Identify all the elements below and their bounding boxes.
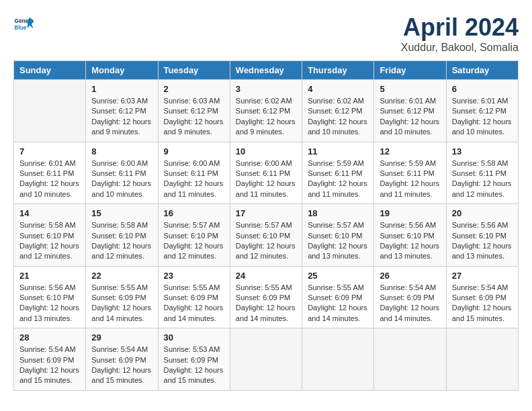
weekday-header: Saturday [446,61,518,80]
day-info: Sunrise: 5:59 AMSunset: 6:11 PMDaylight:… [308,158,368,200]
calendar-day-cell: 28Sunrise: 5:54 AMSunset: 6:09 PMDayligh… [14,328,86,391]
calendar-day-cell: 3Sunrise: 6:02 AMSunset: 6:12 PMDaylight… [230,80,302,142]
calendar-day-cell: 11Sunrise: 5:59 AMSunset: 6:11 PMDayligh… [302,142,374,204]
day-info: Sunrise: 6:00 AMSunset: 6:11 PMDaylight:… [91,158,152,200]
day-number: 21 [19,271,80,281]
calendar-day-cell: 6Sunrise: 6:01 AMSunset: 6:12 PMDaylight… [446,80,518,142]
calendar-day-cell: 12Sunrise: 5:59 AMSunset: 6:11 PMDayligh… [374,142,446,204]
day-info: Sunrise: 5:54 AMSunset: 6:09 PMDaylight:… [380,283,440,324]
calendar-day-cell: 29Sunrise: 5:54 AMSunset: 6:09 PMDayligh… [86,328,158,391]
day-number: 4 [308,84,368,94]
day-number: 29 [91,332,152,342]
day-info: Sunrise: 6:01 AMSunset: 6:11 PMDaylight:… [19,158,80,200]
calendar-day-cell: 5Sunrise: 6:01 AMSunset: 6:12 PMDaylight… [374,80,446,142]
calendar-day-cell: 1Sunrise: 6:03 AMSunset: 6:12 PMDaylight… [86,80,158,142]
logo-icon: General Blue [13,13,34,34]
location: Xuddur, Bakool, Somalia [401,42,519,54]
calendar-day-cell: 27Sunrise: 5:54 AMSunset: 6:09 PMDayligh… [446,266,518,328]
day-number: 19 [380,208,440,218]
day-number: 17 [236,208,296,218]
day-info: Sunrise: 5:56 AMSunset: 6:10 PMDaylight:… [19,283,80,324]
day-info: Sunrise: 5:54 AMSunset: 6:09 PMDaylight:… [91,345,152,386]
calendar-day-cell: 9Sunrise: 6:00 AMSunset: 6:11 PMDaylight… [158,142,230,204]
calendar-day-cell: 2Sunrise: 6:03 AMSunset: 6:12 PMDaylight… [158,80,230,142]
day-info: Sunrise: 5:55 AMSunset: 6:09 PMDaylight:… [308,283,368,324]
calendar-day-cell: 14Sunrise: 5:58 AMSunset: 6:10 PMDayligh… [14,204,86,267]
calendar-header: SundayMondayTuesdayWednesdayThursdayFrid… [14,61,519,80]
calendar-week-row: 28Sunrise: 5:54 AMSunset: 6:09 PMDayligh… [14,328,519,391]
day-info: Sunrise: 5:55 AMSunset: 6:09 PMDaylight:… [236,283,296,324]
calendar-day-cell: 4Sunrise: 6:02 AMSunset: 6:12 PMDaylight… [302,80,374,142]
calendar-week-row: 1Sunrise: 6:03 AMSunset: 6:12 PMDaylight… [14,80,519,142]
title-block: April 2024 Xuddur, Bakool, Somalia [401,13,519,54]
day-info: Sunrise: 5:57 AMSunset: 6:10 PMDaylight:… [236,220,296,262]
day-number: 10 [236,146,296,156]
calendar-week-row: 7Sunrise: 6:01 AMSunset: 6:11 PMDaylight… [14,142,519,204]
day-info: Sunrise: 6:01 AMSunset: 6:12 PMDaylight:… [452,96,513,138]
calendar-day-cell [374,328,446,391]
weekday-header: Tuesday [158,61,230,80]
month-title: April 2024 [401,13,519,42]
calendar-day-cell [302,328,374,391]
weekday-header: Thursday [302,61,374,80]
calendar-day-cell: 15Sunrise: 5:58 AMSunset: 6:10 PMDayligh… [86,204,158,267]
calendar-day-cell: 30Sunrise: 5:53 AMSunset: 6:09 PMDayligh… [158,328,230,391]
day-info: Sunrise: 5:56 AMSunset: 6:10 PMDaylight:… [452,220,513,262]
day-number: 14 [19,208,80,218]
calendar-day-cell: 8Sunrise: 6:00 AMSunset: 6:11 PMDaylight… [86,142,158,204]
day-info: Sunrise: 5:57 AMSunset: 6:10 PMDaylight:… [164,220,224,262]
day-number: 9 [164,146,224,156]
day-number: 3 [236,84,296,94]
day-info: Sunrise: 5:58 AMSunset: 6:10 PMDaylight:… [91,220,152,262]
day-info: Sunrise: 6:00 AMSunset: 6:11 PMDaylight:… [164,158,224,200]
day-info: Sunrise: 6:02 AMSunset: 6:12 PMDaylight:… [308,96,368,138]
day-number: 23 [164,271,224,281]
calendar-day-cell: 13Sunrise: 5:58 AMSunset: 6:11 PMDayligh… [446,142,518,204]
day-number: 27 [452,271,513,281]
calendar-day-cell [446,328,518,391]
calendar-week-row: 14Sunrise: 5:58 AMSunset: 6:10 PMDayligh… [14,204,519,267]
day-number: 11 [308,146,368,156]
calendar-week-row: 21Sunrise: 5:56 AMSunset: 6:10 PMDayligh… [14,266,519,328]
day-info: Sunrise: 5:56 AMSunset: 6:10 PMDaylight:… [380,220,440,262]
day-info: Sunrise: 5:57 AMSunset: 6:10 PMDaylight:… [308,220,368,262]
day-number: 2 [164,84,224,94]
calendar-day-cell: 21Sunrise: 5:56 AMSunset: 6:10 PMDayligh… [14,266,86,328]
page-header: General Blue April 2024 Xuddur, Bakool, … [13,13,519,54]
day-number: 30 [164,332,224,342]
calendar-day-cell [230,328,302,391]
day-info: Sunrise: 5:59 AMSunset: 6:11 PMDaylight:… [380,158,440,200]
day-info: Sunrise: 5:55 AMSunset: 6:09 PMDaylight:… [91,283,152,324]
day-info: Sunrise: 6:02 AMSunset: 6:12 PMDaylight:… [236,96,296,138]
day-info: Sunrise: 5:54 AMSunset: 6:09 PMDaylight:… [452,283,513,324]
calendar-day-cell: 20Sunrise: 5:56 AMSunset: 6:10 PMDayligh… [446,204,518,267]
weekday-header: Wednesday [230,61,302,80]
day-number: 8 [91,146,152,156]
calendar-day-cell: 18Sunrise: 5:57 AMSunset: 6:10 PMDayligh… [302,204,374,267]
day-number: 13 [452,146,513,156]
day-number: 24 [236,271,296,281]
weekday-header: Monday [86,61,158,80]
calendar-day-cell: 10Sunrise: 6:00 AMSunset: 6:11 PMDayligh… [230,142,302,204]
svg-text:Blue: Blue [15,25,27,31]
day-info: Sunrise: 5:53 AMSunset: 6:09 PMDaylight:… [164,345,224,386]
day-number: 18 [308,208,368,218]
day-number: 5 [380,84,440,94]
calendar-day-cell: 7Sunrise: 6:01 AMSunset: 6:11 PMDaylight… [14,142,86,204]
calendar-day-cell: 16Sunrise: 5:57 AMSunset: 6:10 PMDayligh… [158,204,230,267]
day-number: 28 [19,332,80,342]
weekday-header: Friday [374,61,446,80]
day-number: 7 [19,146,80,156]
day-number: 26 [380,271,440,281]
day-info: Sunrise: 6:03 AMSunset: 6:12 PMDaylight:… [164,96,224,138]
day-number: 22 [91,271,152,281]
day-number: 15 [91,208,152,218]
day-info: Sunrise: 5:55 AMSunset: 6:09 PMDaylight:… [164,283,224,324]
day-number: 20 [452,208,513,218]
day-number: 1 [91,84,152,94]
calendar-table: SundayMondayTuesdayWednesdayThursdayFrid… [13,60,519,391]
day-number: 25 [308,271,368,281]
day-number: 12 [380,146,440,156]
calendar-day-cell: 23Sunrise: 5:55 AMSunset: 6:09 PMDayligh… [158,266,230,328]
day-info: Sunrise: 5:58 AMSunset: 6:11 PMDaylight:… [452,158,513,200]
